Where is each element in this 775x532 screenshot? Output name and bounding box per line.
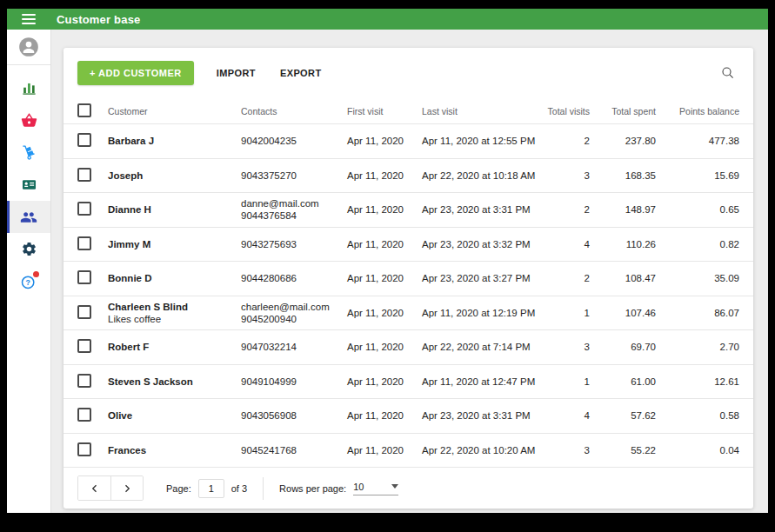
header-customer: Customer xyxy=(108,106,241,116)
row-checkbox[interactable] xyxy=(77,442,91,456)
header-points-balance: Points balance xyxy=(656,106,739,116)
first-visit: Apr 11, 2020 xyxy=(347,170,422,181)
header-first-visit: First visit xyxy=(347,106,422,116)
table-row[interactable]: Charleen S BlindLikes coffee charleen@ma… xyxy=(63,296,753,331)
table-row[interactable]: Bonnie D 9044280686 Apr 11, 2020 Apr 23,… xyxy=(63,262,753,296)
next-page-button[interactable] xyxy=(110,476,143,500)
chevron-down-icon xyxy=(391,484,398,489)
points-balance: 15.69 xyxy=(656,170,739,181)
select-all-checkbox[interactable] xyxy=(77,103,91,117)
sidebar-item-help[interactable]: ? xyxy=(7,265,50,297)
table-row[interactable]: Jimmy M 9043275693 Apr 11, 2020 Apr 23, … xyxy=(63,228,753,263)
table-row[interactable]: Barbara J 9042004235 Apr 11, 2020 Apr 11… xyxy=(63,124,753,159)
contact-line1: danne@mail.com xyxy=(241,197,347,209)
hamburger-menu-icon[interactable] xyxy=(22,14,36,24)
add-customer-button[interactable]: + ADD CUSTOMER xyxy=(77,61,194,85)
total-spent: 107.46 xyxy=(590,308,656,318)
rows-per-page-select[interactable]: 10 xyxy=(353,482,398,495)
table-row[interactable]: Dianne H danne@mail.com9044376584 Apr 11… xyxy=(63,193,753,228)
sidebar-item-reports[interactable] xyxy=(7,72,50,104)
row-checkbox[interactable] xyxy=(77,168,91,182)
row-checkbox[interactable] xyxy=(77,305,91,319)
page-label: Page: xyxy=(166,483,191,494)
customer-name: Olive xyxy=(108,409,241,422)
first-visit: Apr 11, 2020 xyxy=(347,308,422,318)
sidebar-item-customers[interactable] xyxy=(7,201,50,233)
total-spent: 55.22 xyxy=(590,445,656,456)
table-row[interactable]: Olive 9043056908 Apr 11, 2020 Apr 23, 20… xyxy=(63,399,753,434)
last-visit: Apr 22, 2020 at 7:14 PM xyxy=(422,342,542,352)
page-number-input[interactable] xyxy=(198,479,224,498)
table-row[interactable]: Joseph 9043375270 Apr 11, 2020 Apr 22, 2… xyxy=(63,159,753,194)
contact-line2: 9045200940 xyxy=(241,313,347,325)
row-checkbox[interactable] xyxy=(77,374,91,388)
customer-name: Frances xyxy=(108,444,241,456)
pagination-bar: Page: of 3 Rows per page: 10 xyxy=(63,468,753,509)
row-checkbox[interactable] xyxy=(77,339,91,353)
customer-name: Charleen S Blind xyxy=(108,301,241,313)
last-visit: Apr 23, 2020 at 3:32 PM xyxy=(422,239,542,249)
points-balance: 0.82 xyxy=(656,239,739,249)
divider xyxy=(263,477,264,500)
customer-name: Barbara J xyxy=(108,135,241,147)
total-visits: 1 xyxy=(542,376,590,387)
contact-line1: 9044280686 xyxy=(241,272,347,284)
total-visits: 4 xyxy=(542,410,590,421)
export-button[interactable]: EXPORT xyxy=(278,63,324,83)
customer-base-card: + ADD CUSTOMER IMPORT EXPORT Customer Co… xyxy=(63,48,753,509)
sidebar: ? xyxy=(7,30,51,513)
contact-line1: 9047032214 xyxy=(241,341,347,353)
svg-text:?: ? xyxy=(25,278,30,287)
total-visits: 4 xyxy=(542,239,590,249)
sidebar-item-account[interactable] xyxy=(7,30,50,65)
customer-name: Robert F xyxy=(108,341,241,353)
row-checkbox[interactable] xyxy=(77,236,91,250)
rows-per-page-label: Rows per page: xyxy=(279,483,346,494)
total-visits: 3 xyxy=(542,445,590,456)
customer-name: Joseph xyxy=(108,170,241,182)
import-button[interactable]: IMPORT xyxy=(215,63,257,83)
table-row[interactable]: Robert F 9047032214 Apr 11, 2020 Apr 22,… xyxy=(63,330,753,365)
table-row[interactable]: Frances 9045241768 Apr 11, 2020 Apr 22, … xyxy=(63,434,753,469)
header-last-visit: Last visit xyxy=(422,106,542,116)
total-visits: 3 xyxy=(542,342,590,352)
customer-name: Dianne H xyxy=(108,203,241,216)
total-spent: 237.80 xyxy=(590,136,656,146)
row-checkbox[interactable] xyxy=(77,408,91,422)
last-visit: Apr 23, 2020 at 3:27 PM xyxy=(422,273,542,283)
table-row[interactable]: Steven S Jackson 9049104999 Apr 11, 2020… xyxy=(63,365,753,400)
header-contacts: Contacts xyxy=(241,106,347,116)
search-button[interactable] xyxy=(717,62,739,84)
points-balance: 0.65 xyxy=(656,204,739,215)
previous-page-button[interactable] xyxy=(78,476,110,500)
first-visit: Apr 11, 2020 xyxy=(347,239,422,249)
points-balance: 35.09 xyxy=(656,273,739,283)
sidebar-item-settings[interactable] xyxy=(7,233,50,265)
chevron-left-icon xyxy=(90,483,100,494)
total-spent: 168.35 xyxy=(590,170,656,181)
total-visits: 2 xyxy=(542,136,590,146)
total-visits: 1 xyxy=(542,308,590,318)
sidebar-item-items[interactable] xyxy=(7,104,50,136)
row-checkbox[interactable] xyxy=(77,270,91,284)
app-bar: Customer base xyxy=(7,9,768,30)
total-spent: 69.70 xyxy=(590,342,656,352)
total-visits: 3 xyxy=(542,170,590,181)
last-visit: Apr 23, 2020 at 3:31 PM xyxy=(422,410,542,421)
bar-chart-icon xyxy=(21,80,37,96)
contact-line1: 9049104999 xyxy=(241,376,347,388)
badge-icon xyxy=(21,176,37,193)
first-visit: Apr 11, 2020 xyxy=(347,342,422,352)
total-spent: 110.26 xyxy=(590,239,656,249)
chevron-right-icon xyxy=(122,483,132,494)
first-visit: Apr 11, 2020 xyxy=(347,376,422,387)
avatar-icon xyxy=(17,36,40,58)
sidebar-item-employees[interactable] xyxy=(7,169,50,201)
points-balance: 0.04 xyxy=(656,445,739,456)
row-checkbox[interactable] xyxy=(77,202,91,216)
row-checkbox[interactable] xyxy=(77,133,91,147)
sidebar-item-inventory[interactable] xyxy=(7,136,50,169)
points-balance: 0.58 xyxy=(656,410,739,421)
page-count-label: of 3 xyxy=(231,483,247,494)
page-title: Customer base xyxy=(57,13,141,26)
